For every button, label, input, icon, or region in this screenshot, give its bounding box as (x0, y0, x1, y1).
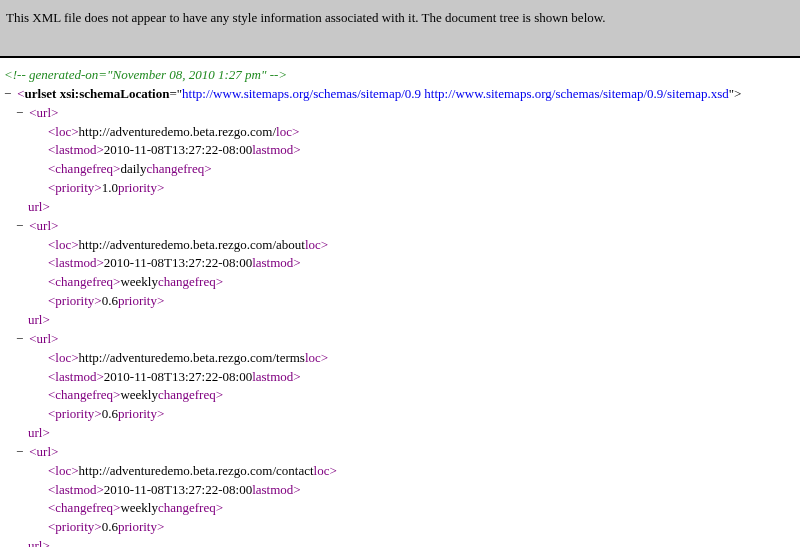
url-open-line: − <url> (4, 104, 800, 123)
angle-open-slash: url> (28, 199, 50, 214)
urlset-tag: urlset (25, 86, 57, 101)
toggle-icon[interactable]: − (4, 85, 14, 104)
angle-open: < (29, 218, 36, 233)
priority-value: 0.6 (102, 519, 118, 534)
angle-close: > (51, 105, 58, 120)
loc-close-tag: loc (305, 350, 321, 365)
angle-open-slash: lastmod> (252, 255, 301, 270)
loc-line: <loc>http://adventuredemo.beta.rezgo.com… (4, 349, 800, 368)
changefreq-value: weekly (120, 500, 158, 515)
angle-close: > (42, 425, 49, 440)
priority-line: <priority>0.6priority> (4, 518, 800, 537)
angle-close: > (321, 237, 328, 252)
changefreq-value: weekly (120, 387, 158, 402)
attr-value: http://www.sitemaps.org/schemas/sitemap/… (182, 86, 729, 101)
angle-close: > (293, 482, 300, 497)
changefreq-value: weekly (120, 274, 158, 289)
loc-close-tag: loc (314, 463, 330, 478)
angle-open-slash: loc> (305, 237, 328, 252)
angle-close: > (42, 199, 49, 214)
xml-no-style-banner: This XML file does not appear to have an… (0, 0, 800, 58)
banner-text: This XML file does not appear to have an… (6, 10, 606, 25)
loc-tag: loc (55, 124, 71, 139)
changefreq-tag: changefreq (55, 387, 113, 402)
lastmod-line: <lastmod>2010-11-08T13:27:22-08:00lastmo… (4, 141, 800, 160)
changefreq-line: <changefreq>weeklychangefreq> (4, 499, 800, 518)
angle-close: > (42, 538, 49, 547)
xml-tree: <!-- generated-on="November 08, 2010 1:2… (0, 58, 800, 547)
angle-open-slash: priority> (118, 406, 164, 421)
toggle-icon[interactable]: − (16, 443, 26, 462)
loc-value: http://adventuredemo.beta.rezgo.com/abou… (79, 237, 305, 252)
loc-tag: loc (55, 350, 71, 365)
angle-open-slash: url> (28, 538, 50, 547)
angle-close: > (216, 387, 223, 402)
angle-close: > (94, 406, 101, 421)
lastmod-close-tag: lastmod (252, 369, 293, 384)
loc-line: <loc>http://adventuredemo.beta.rezgo.com… (4, 236, 800, 255)
url-tag: url (37, 331, 51, 346)
changefreq-tag: changefreq (55, 500, 113, 515)
priority-value: 0.6 (102, 293, 118, 308)
angle-open-slash: loc> (305, 350, 328, 365)
angle-close: > (71, 463, 78, 478)
url-close-tag: url (28, 312, 42, 327)
angle-close: > (216, 500, 223, 515)
toggle-icon[interactable]: − (16, 217, 26, 236)
angle-close: > (97, 142, 104, 157)
angle-close: > (293, 142, 300, 157)
angle-close: > (71, 237, 78, 252)
angle-open-slash: url> (28, 425, 50, 440)
angle-close: > (94, 293, 101, 308)
angle-open-slash: loc> (314, 463, 337, 478)
angle-open-slash: lastmod> (252, 482, 301, 497)
xml-comment: <!-- generated-on="November 08, 2010 1:2… (4, 67, 287, 82)
url-close-line: url> (4, 537, 800, 547)
angle-close: > (97, 255, 104, 270)
changefreq-tag: changefreq (55, 161, 113, 176)
angle-open-slash: changefreq> (146, 161, 211, 176)
angle-open-slash: priority> (118, 519, 164, 534)
lastmod-close-tag: lastmod (252, 142, 293, 157)
angle-close: > (157, 406, 164, 421)
angle-close: > (71, 350, 78, 365)
priority-tag: priority (55, 406, 94, 421)
angle-close: > (216, 274, 223, 289)
url-close-line: url> (4, 424, 800, 443)
loc-value: http://adventuredemo.beta.rezgo.com/ (79, 124, 276, 139)
loc-close-tag: loc (276, 124, 292, 139)
toggle-icon[interactable]: − (16, 104, 26, 123)
angle-close: > (42, 312, 49, 327)
angle-open-slash: loc> (276, 124, 299, 139)
url-open-line: − <url> (4, 217, 800, 236)
changefreq-line: <changefreq>weeklychangefreq> (4, 273, 800, 292)
priority-tag: priority (55, 293, 94, 308)
angle-close: > (321, 350, 328, 365)
loc-close-tag: loc (305, 237, 321, 252)
changefreq-tag: changefreq (55, 274, 113, 289)
url-tag: url (37, 218, 51, 233)
loc-tag: loc (55, 237, 71, 252)
close-quote: "> (729, 86, 742, 101)
angle-close: > (157, 293, 164, 308)
angle-close: > (292, 124, 299, 139)
angle-open-slash: changefreq> (158, 500, 223, 515)
loc-value: http://adventuredemo.beta.rezgo.com/term… (79, 350, 305, 365)
angle-close: > (97, 482, 104, 497)
priority-close-tag: priority (118, 406, 157, 421)
priority-value: 1.0 (102, 180, 118, 195)
loc-line: <loc>http://adventuredemo.beta.rezgo.com… (4, 462, 800, 481)
url-close-tag: url (28, 199, 42, 214)
priority-line: <priority>0.6priority> (4, 292, 800, 311)
changefreq-value: daily (120, 161, 146, 176)
lastmod-close-tag: lastmod (252, 482, 293, 497)
lastmod-line: <lastmod>2010-11-08T13:27:22-08:00lastmo… (4, 254, 800, 273)
angle-close: > (97, 369, 104, 384)
xml-comment-line: <!-- generated-on="November 08, 2010 1:2… (4, 66, 800, 85)
toggle-icon[interactable]: − (16, 330, 26, 349)
lastmod-line: <lastmod>2010-11-08T13:27:22-08:00lastmo… (4, 481, 800, 500)
attr-name: xsi:schemaLocation (56, 86, 169, 101)
url-close-tag: url (28, 425, 42, 440)
loc-tag: loc (55, 463, 71, 478)
angle-close: > (293, 369, 300, 384)
